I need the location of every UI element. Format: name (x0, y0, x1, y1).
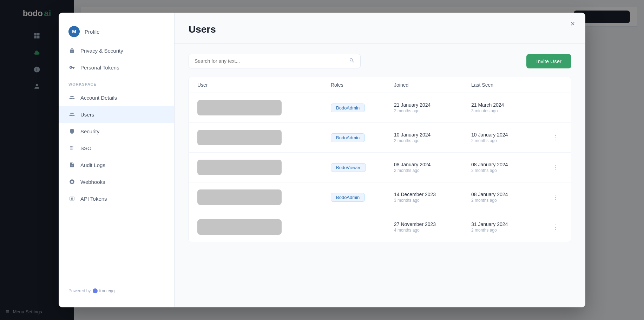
role-badge: BodoAdmin (331, 133, 365, 142)
col-header-user: User (197, 82, 331, 88)
col-header-last-seen: Last Seen (471, 82, 548, 88)
sidebar-footer: Powered by frontegg (59, 283, 174, 299)
col-header-roles: Roles (331, 82, 394, 88)
people-icon (68, 111, 75, 118)
page-title: Users (189, 24, 571, 35)
joined-relative: 3 months ago (394, 198, 471, 203)
last-seen-cell: 10 January 2024 2 months ago (471, 132, 548, 143)
last-seen-relative: 3 minutes ago (471, 108, 548, 113)
last-seen-date: 08 January 2024 (471, 162, 548, 167)
settings-icon (68, 94, 75, 101)
sidebar-item-webhooks[interactable]: Webhooks (59, 173, 174, 190)
last-seen-date: 10 January 2024 (471, 132, 548, 138)
webhook-icon (68, 178, 75, 185)
token-icon (68, 195, 75, 202)
sidebar-item-label: Account Details (80, 95, 117, 101)
table-row: BodoAdmin 14 December 2023 3 months ago … (189, 182, 571, 212)
powered-by-label: Powered by (68, 288, 91, 293)
toolbar: Invite User (189, 54, 571, 68)
grid-icon (68, 145, 75, 152)
role-cell: BodoAdmin (331, 193, 394, 202)
sidebar-item-privacy-security[interactable]: Privacy & Security (59, 42, 174, 59)
user-placeholder (197, 219, 282, 235)
modal-header: Users (175, 13, 585, 44)
last-seen-date: 21 March 2024 (471, 102, 548, 108)
sidebar-item-users[interactable]: Users (59, 106, 174, 123)
sidebar-item-personal-tokens[interactable]: Personal Tokens (59, 59, 174, 76)
table-row: 27 November 2023 4 months ago 31 January… (189, 212, 571, 242)
last-seen-relative: 2 months ago (471, 228, 548, 233)
user-cell (197, 130, 331, 145)
sidebar-item-sso[interactable]: SSO (59, 140, 174, 156)
joined-cell: 08 January 2024 2 months ago (394, 162, 471, 173)
last-seen-relative: 2 months ago (471, 168, 548, 173)
role-cell: BodoAdmin (331, 104, 394, 112)
joined-cell: 14 December 2023 3 months ago (394, 192, 471, 203)
user-cell (197, 100, 331, 115)
role-cell: BodoViewer (331, 163, 394, 172)
frontegg-label: frontegg (99, 288, 114, 293)
role-badge: BodoAdmin (331, 193, 365, 202)
role-badge: BodoAdmin (331, 104, 365, 112)
last-seen-cell: 08 January 2024 2 months ago (471, 192, 548, 203)
sidebar-item-profile[interactable]: M Profile (59, 21, 174, 42)
modal-sidebar: M Profile Privacy & Security Personal To… (59, 13, 175, 307)
lock-icon (68, 47, 75, 54)
joined-relative: 4 months ago (394, 228, 471, 233)
joined-date: 08 January 2024 (394, 162, 471, 167)
sidebar-item-label: SSO (80, 145, 92, 151)
settings-modal: × M Profile Privacy & Security Personal (59, 13, 585, 307)
last-seen-relative: 2 months ago (471, 198, 548, 203)
sidebar-item-label: Users (80, 112, 94, 118)
row-actions-menu[interactable]: ⋮ (548, 192, 563, 202)
close-button[interactable]: × (567, 18, 578, 29)
sidebar-item-audit-logs[interactable]: Audit Logs (59, 156, 174, 173)
joined-cell: 27 November 2023 4 months ago (394, 221, 471, 233)
table-row: BodoAdmin 21 January 2024 2 months ago 2… (189, 93, 571, 123)
user-cell (197, 189, 331, 205)
role-cell: BodoAdmin (331, 133, 394, 142)
sidebar-item-label: Personal Tokens (80, 65, 119, 71)
last-seen-cell: 21 March 2024 3 minutes ago (471, 102, 548, 113)
frontegg-logo: frontegg (93, 288, 114, 293)
frontegg-dot (93, 288, 98, 293)
joined-date: 10 January 2024 (394, 132, 471, 138)
sidebar-item-label: API Tokens (80, 196, 107, 202)
modal-backdrop: × M Profile Privacy & Security Personal (0, 0, 644, 320)
sidebar-item-label: Privacy & Security (80, 48, 123, 54)
key-icon (68, 64, 75, 71)
joined-date: 14 December 2023 (394, 192, 471, 197)
invite-user-button[interactable]: Invite User (526, 54, 571, 68)
joined-cell: 10 January 2024 2 months ago (394, 132, 471, 143)
user-cell (197, 160, 331, 175)
sidebar-item-label: Profile (85, 29, 100, 35)
users-table: User Roles Joined Last Seen BodoAdmin (189, 77, 571, 242)
col-header-actions (548, 82, 563, 88)
sidebar-item-security[interactable]: Security (59, 123, 174, 140)
search-box[interactable] (189, 54, 361, 68)
user-placeholder (197, 160, 282, 175)
joined-date: 27 November 2023 (394, 221, 471, 227)
user-placeholder (197, 189, 282, 205)
shield-icon (68, 128, 75, 135)
user-placeholder (197, 130, 282, 145)
row-actions-menu[interactable]: ⋮ (548, 132, 563, 143)
search-input[interactable] (195, 58, 346, 64)
sidebar-item-label: Audit Logs (80, 162, 105, 168)
modal-body: Invite User User Roles Joined Last Seen (175, 44, 585, 307)
joined-relative: 2 months ago (394, 138, 471, 143)
sidebar-item-label: Webhooks (80, 179, 105, 185)
joined-date: 21 January 2024 (394, 102, 471, 108)
row-actions-menu[interactable]: ⋮ (548, 162, 563, 173)
col-header-joined: Joined (394, 82, 471, 88)
row-actions-menu[interactable]: ⋮ (548, 222, 563, 232)
sidebar-item-api-tokens[interactable]: API Tokens (59, 190, 174, 207)
sidebar-item-account-details[interactable]: Account Details (59, 89, 174, 106)
sidebar-item-label: Security (80, 128, 99, 134)
table-header: User Roles Joined Last Seen (189, 77, 571, 93)
table-row: BodoViewer 08 January 2024 2 months ago … (189, 153, 571, 182)
last-seen-date: 31 January 2024 (471, 221, 548, 227)
modal-main-content: Users Invite User U (175, 13, 585, 307)
user-placeholder (197, 100, 282, 115)
last-seen-date: 08 January 2024 (471, 192, 548, 197)
